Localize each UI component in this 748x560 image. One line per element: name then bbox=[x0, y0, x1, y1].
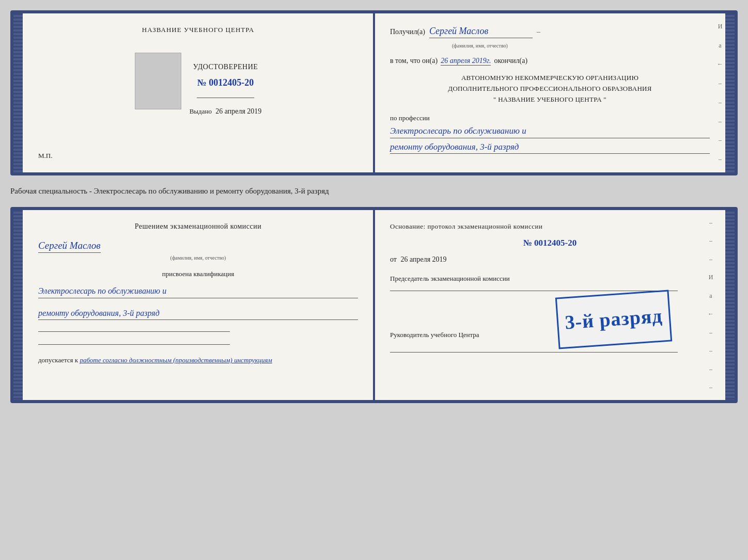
photo-area bbox=[135, 53, 181, 109]
left-binding-1 bbox=[13, 13, 23, 172]
right-panel-2: Основание: протокол экзаменационной коми… bbox=[375, 210, 725, 400]
vtom-text: в том, что он(а) bbox=[390, 57, 438, 65]
poluchil-label: Получил(а) bbox=[390, 28, 425, 36]
po-professii: по профессии bbox=[390, 114, 710, 122]
profession-line1: Электрослесарь по обслуживанию и bbox=[390, 124, 710, 138]
fio-label-2: (фамилия, имя, отчество) bbox=[170, 255, 226, 261]
resheniem-title: Решением экзаменационной комиссии bbox=[38, 222, 358, 231]
profession-section: по профессии Электрослесарь по обслужива… bbox=[390, 114, 710, 154]
kvalif-line1: Электрослесарь по обслуживанию и bbox=[38, 284, 358, 298]
right-margin-chars-2: – – – И а ← – – – – bbox=[708, 210, 714, 400]
cert-label: УДОСТОВЕРЕНИЕ bbox=[193, 63, 258, 71]
dopusk-text: работе согласно должностным (производств… bbox=[80, 356, 272, 364]
sig-line-4 bbox=[390, 352, 678, 353]
issued-date: 26 апреля 2019 bbox=[215, 107, 261, 115]
divider-line-1 bbox=[197, 98, 255, 98]
chairman-label: Председатель экзаменационной комиссии bbox=[390, 274, 710, 283]
ot-prefix: от bbox=[390, 255, 397, 263]
left-panel-1: НАЗВАНИЕ УЧЕБНОГО ЦЕНТРА УДОСТОВЕРЕНИЕ №… bbox=[23, 13, 375, 172]
right-binding-2 bbox=[725, 210, 735, 400]
org-line1: АВТОНОМНУЮ НЕКОММЕРЧЕСКУЮ ОРГАНИЗАЦИЮ bbox=[390, 73, 710, 84]
org-text: АВТОНОМНУЮ НЕКОММЕРЧЕСКУЮ ОРГАНИЗАЦИЮ ДО… bbox=[390, 73, 710, 105]
sig-line-1 bbox=[38, 331, 230, 332]
kvalif-line2: ремонту оборудования, 3-й разряд bbox=[38, 307, 358, 321]
document-card-1: НАЗВАНИЕ УЧЕБНОГО ЦЕНТРА УДОСТОВЕРЕНИЕ №… bbox=[10, 10, 738, 175]
org-line3: " НАЗВАНИЕ УЧЕБНОГО ЦЕНТРА " bbox=[390, 94, 710, 105]
dopusk-prefix: допускается к bbox=[38, 356, 78, 364]
left-binding-2 bbox=[13, 210, 23, 400]
right-binding-1 bbox=[725, 13, 735, 172]
ot-date-value: 26 апреля 2019 bbox=[400, 255, 446, 263]
okonchil-text: окончил(а) bbox=[494, 57, 527, 65]
recipient-line: Получил(а) Сергей Маслов – bbox=[390, 26, 710, 38]
stamp-box: 3-й разряд bbox=[555, 290, 672, 349]
mp-label: М.П. bbox=[38, 152, 52, 159]
stamp-text: 3-й разряд bbox=[564, 305, 663, 333]
card1-title: НАЗВАНИЕ УЧЕБНОГО ЦЕНТРА bbox=[142, 26, 254, 34]
recipient-name: Сергей Маслов bbox=[429, 26, 533, 38]
page-wrapper: НАЗВАНИЕ УЧЕБНОГО ЦЕНТРА УДОСТОВЕРЕНИЕ №… bbox=[10, 10, 738, 403]
right-margin-chars: И а ← – – – – – bbox=[717, 13, 723, 172]
prisvoena: присвоена квалификация bbox=[38, 270, 358, 278]
ot-date: от 26 апреля 2019 bbox=[390, 255, 710, 264]
specialty-line: Рабочая специальность - Электрослесарь п… bbox=[10, 185, 738, 198]
left-panel-2: Решением экзаменационной комиссии Сергей… bbox=[23, 210, 375, 400]
document-card-2: Решением экзаменационной комиссии Сергей… bbox=[10, 207, 738, 403]
vtom-date: 26 апреля 2019г. bbox=[441, 57, 491, 66]
sig-line-3 bbox=[390, 291, 678, 291]
fio-label-1: (фамилия, имя, отчество) bbox=[452, 43, 508, 49]
sig-line-2 bbox=[38, 344, 230, 345]
dash: – bbox=[537, 28, 540, 36]
dopuskaetsya: допускается к работе согласно должностны… bbox=[38, 356, 358, 364]
right-panel-1: Получил(а) Сергей Маслов – (фамилия, имя… bbox=[375, 13, 725, 172]
proto-number: № 0012405-20 bbox=[390, 238, 710, 248]
issued-prefix: Выдано bbox=[190, 107, 212, 115]
issued-label: Выдано 26 апреля 2019 bbox=[190, 107, 262, 116]
vtom-line: в том, что он(а) 26 апреля 2019г. окончи… bbox=[390, 57, 710, 66]
osnov-label: Основание: протокол экзаменационной коми… bbox=[390, 222, 710, 231]
name-handwritten: Сергей Маслов bbox=[38, 240, 101, 253]
org-line2: ДОПОЛНИТЕЛЬНОГО ПРОФЕССИОНАЛЬНОГО ОБРАЗО… bbox=[390, 84, 710, 94]
cert-number: № 0012405-20 bbox=[197, 77, 254, 88]
profession-line2: ремонту оборудования, 3-й разряд bbox=[390, 140, 710, 154]
